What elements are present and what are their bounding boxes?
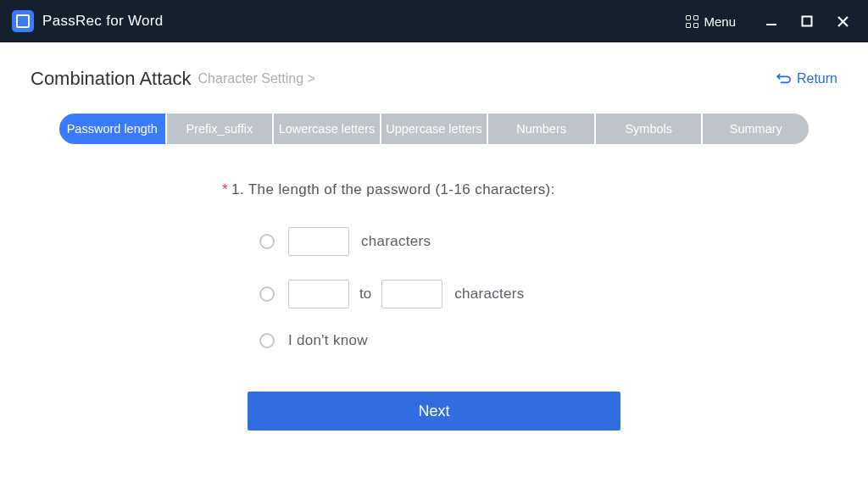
tab-symbols[interactable]: Symbols bbox=[596, 114, 704, 144]
option-exact-suffix: characters bbox=[361, 233, 431, 250]
radio-exact[interactable] bbox=[259, 234, 275, 249]
tab-summary[interactable]: Summary bbox=[703, 114, 809, 144]
tab-uppercase[interactable]: Uppercase letters bbox=[381, 114, 489, 144]
svg-rect-1 bbox=[803, 17, 812, 26]
radio-range[interactable] bbox=[259, 286, 275, 302]
range-to-label: to bbox=[359, 286, 371, 303]
page-header: Combination Attack Character Setting > R… bbox=[31, 68, 837, 90]
tab-numbers[interactable]: Numbers bbox=[488, 114, 596, 144]
input-range-from[interactable] bbox=[288, 280, 349, 308]
window-controls bbox=[763, 13, 851, 30]
form-area: *1. The length of the password (1-16 cha… bbox=[222, 181, 646, 349]
menu-button[interactable]: Menu bbox=[677, 9, 744, 34]
radio-dont-know[interactable] bbox=[259, 333, 275, 348]
option-dont-know: I don't know bbox=[259, 332, 646, 349]
input-range-to[interactable] bbox=[381, 280, 442, 308]
option-range-suffix: characters bbox=[454, 286, 524, 303]
menu-label: Menu bbox=[704, 14, 736, 29]
next-button[interactable]: Next bbox=[248, 392, 620, 431]
question-label: *1. The length of the password (1-16 cha… bbox=[222, 181, 646, 198]
page-title: Combination Attack bbox=[31, 68, 192, 90]
option-exact-length: characters bbox=[259, 227, 646, 256]
maximize-button[interactable] bbox=[798, 13, 815, 30]
return-label: Return bbox=[797, 71, 837, 86]
menu-grid-icon bbox=[686, 15, 698, 28]
minimize-button[interactable] bbox=[763, 13, 780, 30]
return-icon bbox=[776, 73, 792, 85]
return-button[interactable]: Return bbox=[776, 71, 837, 86]
input-exact-length[interactable] bbox=[288, 227, 349, 256]
close-button[interactable] bbox=[834, 13, 851, 30]
option-range-length: to characters bbox=[259, 280, 646, 308]
breadcrumb[interactable]: Character Setting > bbox=[198, 71, 315, 86]
app-title: PassRec for Word bbox=[42, 13, 163, 30]
required-star-icon: * bbox=[222, 181, 228, 197]
step-tabs: Password length Prefix_suffix Lowercase … bbox=[59, 114, 809, 144]
dont-know-label: I don't know bbox=[288, 332, 368, 349]
titlebar: PassRec for Word Menu bbox=[0, 0, 868, 42]
tab-prefix-suffix[interactable]: Prefix_suffix bbox=[167, 114, 275, 144]
tab-password-length[interactable]: Password length bbox=[59, 114, 167, 144]
app-icon bbox=[12, 10, 34, 32]
tab-lowercase[interactable]: Lowercase letters bbox=[274, 114, 381, 144]
content-area: Combination Attack Character Setting > R… bbox=[0, 42, 868, 447]
